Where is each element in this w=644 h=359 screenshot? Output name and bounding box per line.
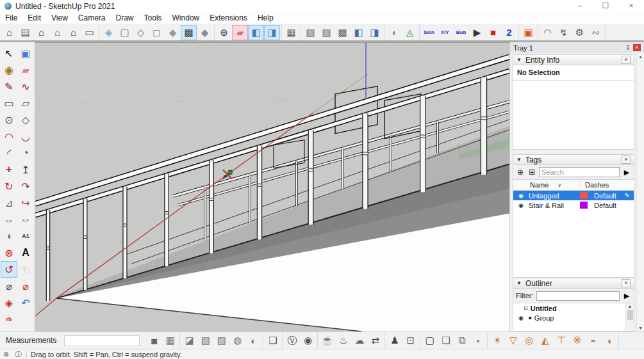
maximize-button[interactable]: ☐	[593, 0, 618, 12]
tag-row[interactable]: ◉UntaggedDefault✎	[513, 191, 634, 200]
iso-view-icon[interactable]: ⌂	[1, 25, 17, 40]
push-pull-tool-icon[interactable]: ↥	[17, 161, 34, 178]
monochrome-style-icon[interactable]: ◆	[197, 25, 213, 40]
render-history-icon[interactable]: ❏	[438, 333, 454, 348]
texture-cube-2-icon[interactable]: ▨	[213, 333, 229, 348]
point-light-icon[interactable]: ※	[569, 333, 585, 348]
pie-tool-icon[interactable]: ◔	[17, 145, 34, 161]
dimension-tool-icon[interactable]: ⇔	[17, 211, 34, 228]
render-icon[interactable]: ☕	[319, 333, 335, 348]
entity-info-header[interactable]: ▼ Entity Info ×	[513, 54, 634, 65]
menu-window[interactable]: Window	[167, 12, 205, 24]
wireframe-style-icon[interactable]: ◇	[133, 25, 149, 40]
tags-details-icon[interactable]: ▶	[622, 168, 631, 177]
back-view-icon[interactable]: ⌂	[65, 25, 81, 40]
outliner-header[interactable]: ▼ Outliner ×	[513, 278, 634, 289]
show-axes-icon[interactable]: ⊕	[216, 25, 232, 40]
make-component-tool-icon[interactable]: ▣	[17, 45, 34, 61]
displacement-cube-icon[interactable]: ▦	[162, 333, 178, 348]
menu-view[interactable]: View	[46, 12, 73, 24]
collapse-arrow-icon[interactable]: ▼	[516, 157, 522, 163]
step-2-icon[interactable]: 2	[501, 25, 517, 40]
frame-buffer-window-icon[interactable]: ▢	[422, 333, 438, 348]
text-tool-icon[interactable]: A1	[17, 228, 34, 244]
front-view-icon[interactable]: ⌂	[33, 25, 49, 40]
add-tag-folder-icon[interactable]: ⊞	[527, 168, 536, 177]
tag-color-swatch[interactable]	[580, 202, 588, 209]
select-rendered-object-icon[interactable]: ❏	[265, 333, 281, 348]
section-fill-icon[interactable]: ◨	[264, 25, 280, 40]
menu-draw[interactable]: Draw	[111, 12, 139, 24]
outliner-filter-input[interactable]	[536, 291, 620, 301]
tags-close-button[interactable]: ×	[622, 156, 631, 164]
previous-view-tool-icon[interactable]: ↶	[17, 294, 34, 311]
three-point-arc-tool-icon[interactable]: ◜	[1, 145, 17, 161]
vray-color-picker-icon[interactable]: ◉	[300, 333, 316, 348]
zoom-window-tool-icon[interactable]: ⌀	[17, 278, 34, 294]
scroll-down-icon[interactable]: ▼	[638, 326, 643, 330]
polygon-tool-icon[interactable]: ◇	[17, 111, 34, 128]
rectangle-light-icon[interactable]: ◭	[537, 333, 553, 348]
component-cube-icon[interactable]: ▦	[283, 25, 299, 40]
back-edges-style-icon[interactable]: ▢	[117, 25, 133, 40]
shaded-style-icon[interactable]: ◆	[165, 25, 181, 40]
outliner-scrollbar[interactable]: ▲	[625, 303, 634, 331]
tape-measure-tool-icon[interactable]: ↔	[1, 211, 17, 228]
outliner-item[interactable]: ⊡Untitled	[513, 303, 634, 313]
cloud-render-icon[interactable]: ☁	[351, 333, 367, 348]
xy-tool-icon[interactable]: X/Y	[437, 25, 453, 40]
two-point-arc-tool-icon[interactable]: ◡	[17, 128, 34, 145]
tag-row[interactable]: ◉Stair & RailDefault	[513, 200, 634, 210]
tags-table-header[interactable]: Name ∨ Dashes	[513, 180, 634, 191]
left-view-icon[interactable]: ▭	[81, 25, 97, 40]
offset-tool-icon[interactable]: ↪	[17, 195, 34, 211]
batch-render-icon[interactable]: ♟	[386, 333, 402, 348]
cube-tool-3-icon[interactable]: ▩	[334, 25, 351, 40]
split-square-icon[interactable]: ◪	[181, 333, 197, 348]
visible-eye-icon[interactable]: ◉	[513, 193, 529, 199]
outliner-item[interactable]: ◉■Group	[513, 313, 634, 323]
cube-tool-5-icon[interactable]: ◨	[367, 25, 383, 40]
collapse-arrow-icon[interactable]: ▼	[516, 57, 522, 63]
scroll-up-icon[interactable]: ▲	[638, 54, 643, 59]
section-cuts-icon[interactable]: ◧	[248, 25, 264, 40]
dotted-sphere-icon[interactable]: ◍	[229, 333, 245, 348]
section-plane-icon[interactable]: ▰	[232, 25, 248, 40]
rotate-tool-icon[interactable]: ↻	[1, 178, 17, 195]
arc-tool-icon[interactable]: ◠	[1, 128, 17, 145]
collapse-arrow-icon[interactable]: ▼	[516, 280, 522, 286]
curviloft-icon[interactable]: ◠	[540, 25, 556, 40]
shell-icon[interactable]: ◖	[386, 25, 402, 40]
override-material-icon[interactable]: ◙	[146, 333, 162, 348]
circle-tool-icon[interactable]: ⊙	[1, 111, 17, 128]
tray-title-bar[interactable]: Tray 1 ↧ ×	[510, 42, 644, 53]
line-tool-icon[interactable]: ✎	[1, 78, 17, 95]
scale-tool-icon[interactable]: ⊿	[1, 195, 17, 211]
right-view-icon[interactable]: ⌂	[49, 25, 65, 40]
skin-tool-icon[interactable]: Skin	[421, 25, 437, 40]
visible-eye-icon[interactable]: ◉	[513, 202, 529, 209]
cube-tool-2-icon[interactable]: ▨	[318, 25, 334, 40]
chevron-down-icon[interactable]: ∨	[557, 182, 561, 188]
pan-tool-icon[interactable]: ☜	[17, 261, 34, 278]
zigzag-icon[interactable]: ↯	[556, 25, 572, 40]
menu-extensions[interactable]: Extensions	[204, 12, 252, 24]
pin-icon[interactable]: ↧	[624, 45, 632, 51]
vray-asset-editor-icon[interactable]: Ⓥ	[284, 333, 300, 348]
tags-column-dashes[interactable]: Dashes	[580, 181, 609, 189]
visible-eye-icon[interactable]: ◉	[516, 315, 526, 321]
select-tool-icon[interactable]: ↖	[1, 45, 17, 61]
zoom-tool-icon[interactable]: ⌀	[1, 278, 17, 294]
vfb-channels-icon[interactable]: ⧉	[454, 333, 470, 348]
orbit-tool-icon[interactable]: ↺	[1, 261, 17, 278]
tags-header[interactable]: ▼ Tags ×	[513, 154, 634, 165]
region-render-icon[interactable]: ⊡	[402, 333, 418, 348]
entity-info-close-button[interactable]: ×	[622, 56, 631, 64]
bubble-tool-icon[interactable]: Bub	[453, 25, 469, 40]
xray-style-icon[interactable]: ◈	[101, 25, 117, 40]
half-sphere-icon[interactable]: ◐	[245, 333, 261, 348]
info-icon[interactable]: ⓘ	[12, 350, 24, 359]
tool-inspector-icon[interactable]: ⚙	[572, 25, 588, 40]
menu-help[interactable]: Help	[252, 12, 279, 24]
cube-tool-1-icon[interactable]: ▧	[302, 25, 318, 40]
